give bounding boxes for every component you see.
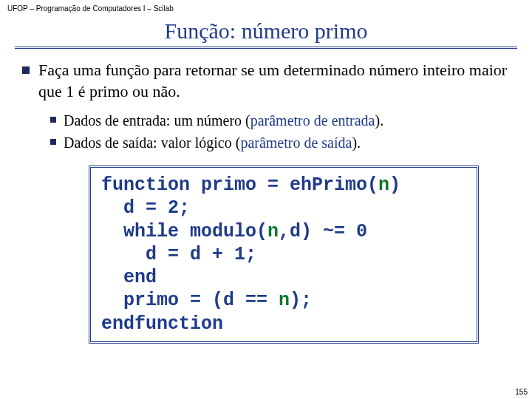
sub2-param: parâmetro de saída	[240, 134, 352, 151]
sub2-prefix: Dados de saída: valor lógico (	[64, 134, 240, 151]
code-line-6: primo = (d == n);	[101, 290, 312, 311]
sub1-param: parâmetro de entrada	[250, 112, 375, 129]
bullet-main-text: Faça uma função para retornar se um dete…	[38, 60, 510, 102]
page-number: 155	[515, 388, 528, 396]
bullet-sub-2: Dados de saída: valor lógico (parâmetro …	[50, 133, 510, 152]
code-line-2: d = 2;	[101, 197, 190, 219]
course-header: UFOP – Programação de Computadores I – S…	[0, 0, 532, 14]
bullet-sub-2-text: Dados de saída: valor lógico (parâmetro …	[64, 133, 361, 152]
square-bullet-icon	[50, 117, 56, 123]
code-line-1: function primo = ehPrimo(n)	[101, 174, 400, 196]
sub1-prefix: Dados de entrada: um número (	[64, 112, 250, 129]
sub1-suffix: ).	[375, 112, 384, 129]
slide-content: Faça uma função para retornar se um dete…	[0, 60, 532, 344]
code-line-5: end	[101, 267, 157, 288]
slide-title: Função: número primo	[0, 18, 532, 44]
square-bullet-icon	[22, 66, 30, 74]
sub2-suffix: ).	[352, 134, 361, 151]
square-bullet-icon	[50, 139, 56, 145]
bullet-sub-1: Dados de entrada: um número (parâmetro d…	[50, 111, 510, 130]
code-line-4: d = d + 1;	[101, 244, 256, 265]
title-rule	[15, 47, 517, 50]
bullet-sub-1-text: Dados de entrada: um número (parâmetro d…	[64, 111, 383, 130]
bullet-main: Faça uma função para retornar se um dete…	[22, 60, 510, 102]
code-line-3: while modulo(n,d) ~= 0	[101, 221, 367, 242]
code-line-7: endfunction	[101, 313, 223, 335]
code-block: function primo = ehPrimo(n) d = 2; while…	[89, 166, 479, 344]
